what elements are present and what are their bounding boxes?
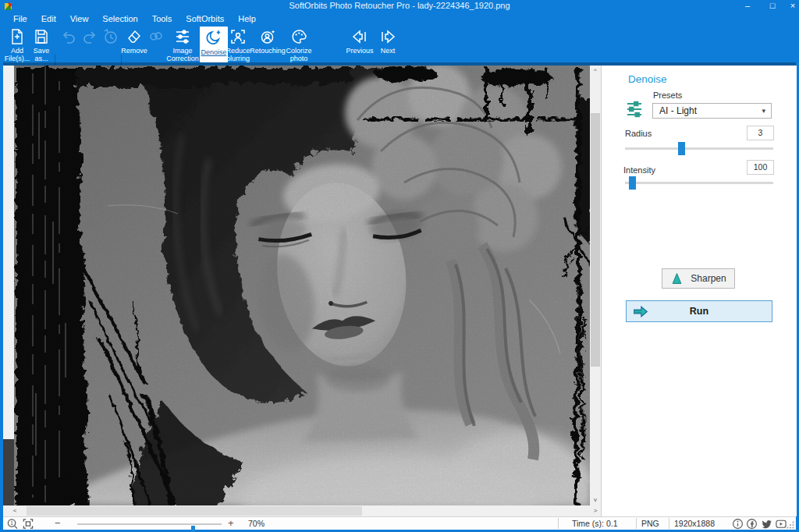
- scroll-up-icon[interactable]: ^: [590, 66, 601, 76]
- run-arrow-icon: [633, 305, 648, 318]
- status-separator: [636, 518, 637, 529]
- zoom-slider[interactable]: [77, 523, 222, 525]
- previous-label: Previous: [343, 48, 376, 55]
- moon-icon: [204, 27, 224, 48]
- intensity-slider[interactable]: [625, 182, 773, 184]
- reduce-blurring-label: Reduce blurring: [225, 48, 251, 62]
- previous-arrow-icon: [350, 27, 369, 47]
- menu-selection[interactable]: Selection: [95, 12, 144, 26]
- palette-icon: [289, 27, 308, 47]
- photo-canvas[interactable]: [14, 66, 590, 505]
- zoom-in-button[interactable]: +: [228, 517, 234, 529]
- canvas-left-gutter-dark: [3, 439, 14, 505]
- redo-icon: [80, 27, 99, 47]
- svg-text:1: 1: [10, 520, 13, 526]
- title-bar: SoftOrbits Photo Retoucher Pro - lady-22…: [0, 0, 799, 12]
- sharpen-label: Sharpen: [691, 273, 726, 284]
- preset-value: AI - Light: [659, 105, 697, 116]
- app-window: SoftOrbits Photo Retoucher Pro - lady-22…: [0, 0, 799, 532]
- sliders-icon: [173, 27, 192, 47]
- scroll-left-icon[interactable]: <: [9, 505, 20, 516]
- preset-dropdown[interactable]: AI - Light ▾: [652, 103, 772, 119]
- sharpen-triangle-icon: [670, 271, 684, 286]
- resize-grip[interactable]: [787, 521, 794, 529]
- denoise-panel: Denoise Presets AI - Light ▾ Radius 3 In…: [601, 66, 797, 516]
- add-files-label: Add File(s)...: [2, 48, 32, 62]
- presets-label: Presets: [653, 90, 682, 100]
- retouching-button[interactable]: Retouching: [248, 27, 287, 62]
- denoise-button[interactable]: Denoise: [200, 27, 228, 62]
- next-label: Next: [376, 48, 400, 55]
- facebook-icon[interactable]: [746, 518, 758, 530]
- previous-button[interactable]: Previous: [343, 27, 376, 62]
- eraser-icon: [125, 27, 144, 47]
- menu-tools[interactable]: Tools: [145, 12, 179, 26]
- save-as-button[interactable]: Save as...: [30, 27, 53, 62]
- save-as-label: Save as...: [30, 48, 53, 62]
- zoom-actual-size-icon[interactable]: 1: [6, 518, 19, 530]
- twitter-icon[interactable]: [760, 518, 772, 530]
- zoom-slider-thumb[interactable]: [191, 526, 195, 532]
- menu-view[interactable]: View: [63, 12, 96, 26]
- zoom-out-button[interactable]: −: [55, 517, 61, 529]
- scroll-down-icon[interactable]: v: [590, 495, 601, 505]
- focus-person-icon: [229, 27, 247, 47]
- menu-help[interactable]: Help: [231, 12, 263, 26]
- intensity-slider-thumb[interactable]: [629, 176, 636, 190]
- presets-icon: [625, 100, 644, 119]
- retouching-label: Retouching: [248, 48, 287, 55]
- scroll-right-icon[interactable]: >: [590, 505, 601, 516]
- close-button[interactable]: ×: [782, 0, 799, 12]
- horizontal-scrollbar[interactable]: <: [3, 505, 590, 516]
- youtube-icon[interactable]: [775, 518, 787, 530]
- menu-softorbits[interactable]: SoftOrbits: [179, 12, 231, 26]
- undo-button: [58, 27, 80, 62]
- info-icon[interactable]: [732, 518, 744, 530]
- radius-value-field[interactable]: 3: [747, 126, 774, 140]
- menu-edit[interactable]: Edit: [34, 12, 63, 26]
- maximize-button[interactable]: □: [762, 0, 783, 12]
- processing-time: Time (s): 0.1: [572, 519, 618, 528]
- denoise-label: Denoise: [200, 49, 228, 57]
- radius-slider[interactable]: [625, 147, 773, 150]
- file-format: PNG: [641, 519, 659, 528]
- sharpen-button[interactable]: Sharpen: [662, 268, 735, 289]
- colorize-photo-label: Colorize photo: [282, 48, 315, 62]
- radius-label: Radius: [625, 129, 652, 138]
- intensity-label: Intensity: [623, 165, 655, 175]
- image-dimensions: 1920x1888: [674, 519, 715, 528]
- status-bar: 1 − + 70% Time (s): 0.1 PNG 1920x1888: [3, 516, 796, 530]
- reduce-blurring-button[interactable]: Reduce blurring: [225, 27, 251, 62]
- zoom-percent: 70%: [248, 519, 265, 528]
- status-separator: [669, 518, 669, 529]
- next-arrow-icon: [378, 27, 397, 47]
- image-correction-button[interactable]: Image Correction: [162, 27, 203, 62]
- colorize-photo-button[interactable]: Colorize photo: [282, 27, 315, 62]
- panel-title: Denoise: [628, 73, 667, 85]
- window-title: SoftOrbits Photo Retoucher Pro - lady-22…: [0, 1, 799, 10]
- undo-icon: [59, 27, 78, 47]
- vertical-scrollbar[interactable]: ^ v: [590, 66, 601, 505]
- zoom-fit-icon[interactable]: [22, 518, 34, 530]
- run-label: Run: [690, 306, 708, 317]
- horizontal-scrollbar-thumb[interactable]: [27, 506, 362, 516]
- photo-image: [14, 66, 590, 505]
- next-button[interactable]: Next: [376, 27, 400, 62]
- portrait-icon: [258, 27, 277, 47]
- chevron-down-icon: ▾: [762, 104, 765, 119]
- image-correction-label: Image Correction: [162, 48, 203, 62]
- status-separator: [558, 518, 559, 529]
- run-button[interactable]: Run: [626, 300, 772, 322]
- minimize-button[interactable]: –: [737, 0, 758, 12]
- radius-slider-thumb[interactable]: [678, 142, 685, 155]
- canvas-left-gutter: [3, 66, 14, 439]
- menu-file[interactable]: File: [6, 12, 34, 26]
- save-icon: [32, 27, 51, 47]
- add-files-button[interactable]: Add File(s)...: [2, 27, 32, 62]
- menu-bar: File Edit View Selection Tools SoftOrbit…: [6, 12, 263, 26]
- history-icon: [101, 27, 120, 47]
- intensity-value-field[interactable]: 100: [747, 160, 774, 175]
- add-file-icon: [8, 27, 27, 47]
- vertical-scrollbar-thumb[interactable]: [591, 113, 600, 367]
- redo-button: [79, 27, 101, 62]
